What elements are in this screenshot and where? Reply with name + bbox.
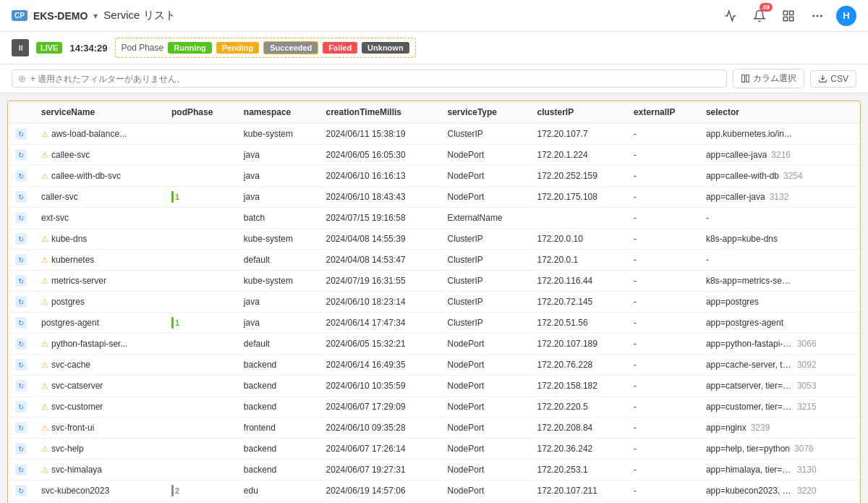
refresh-icon[interactable]: ↻: [15, 401, 27, 413]
svg-rect-1: [790, 11, 793, 14]
refresh-icon[interactable]: ↻: [15, 170, 27, 182]
refresh-icon[interactable]: ↻: [15, 212, 27, 224]
row-icon-wrap: ↻: [15, 443, 27, 455]
row-checkbox-cell: ↻: [8, 187, 34, 208]
table-row: ↻⚠svc-cachebackend2024/06/14 16:49:35Nod…: [8, 355, 860, 376]
external-ip-cell: -: [626, 271, 699, 292]
tag-unknown[interactable]: Unknown: [362, 42, 409, 54]
refresh-icon[interactable]: ↻: [15, 149, 27, 161]
creation-time-cell: 2024/06/10 09:35:28: [319, 418, 441, 439]
service-name-cell: ⚠svc-himalaya: [34, 460, 164, 481]
row-icon-wrap: ↻: [15, 338, 27, 350]
tag-succeeded[interactable]: Succeeded: [263, 41, 318, 54]
pod-phase-cell: [164, 460, 237, 481]
selector-value: app=postgres: [706, 297, 759, 307]
service-name: ext-svc: [41, 213, 69, 223]
service-name-cell: ext-svc: [34, 208, 164, 229]
table-row: ↻⚠svc-customerbackend2024/06/07 17:29:09…: [8, 397, 860, 418]
pod-phase-cell: [164, 439, 237, 460]
creation-time-cell: 2024/06/10 18:43:43: [319, 187, 441, 208]
service-type-cell: ClusterIP: [441, 250, 530, 271]
th-cluster-ip: clusterIP: [530, 101, 627, 124]
refresh-icon[interactable]: ↻: [15, 338, 27, 350]
cluster-ip-cell: 172.20.116.44: [530, 271, 627, 292]
service-name-cell: ⚠svc-front-ui: [34, 418, 164, 439]
service-type-cell: NodePort: [441, 439, 530, 460]
refresh-icon[interactable]: ↻: [15, 191, 27, 203]
service-name-cell: ⚠postgres: [34, 292, 164, 313]
refresh-icon[interactable]: ↻: [15, 296, 27, 308]
grid-icon[interactable]: [778, 6, 799, 26]
refresh-icon[interactable]: ↻: [15, 380, 27, 392]
selector-value: app=callee-java: [706, 150, 767, 160]
service-type-cell: NodePort: [441, 481, 530, 502]
external-ip-cell: -: [626, 166, 699, 187]
refresh-icon[interactable]: ↻: [15, 275, 27, 287]
port-value: 3053: [797, 381, 817, 391]
warn-icon: ⚠: [41, 276, 48, 286]
columns-button[interactable]: カラム選択: [733, 69, 804, 88]
refresh-icon[interactable]: ↻: [15, 443, 27, 455]
pause-button[interactable]: ⏸: [12, 39, 29, 56]
cluster-ip-cell: 172.20.252.159: [530, 166, 627, 187]
refresh-icon[interactable]: ↻: [15, 359, 27, 371]
service-name: svc-kubecon2023: [41, 486, 109, 496]
refresh-icon[interactable]: ↻: [15, 317, 27, 329]
pod-phase-cell: [164, 376, 237, 397]
filter-input[interactable]: [30, 74, 720, 84]
warn-icon: ⚠: [41, 444, 48, 454]
external-ip-cell: -: [626, 187, 699, 208]
refresh-icon[interactable]: ↻: [15, 422, 27, 434]
refresh-icon[interactable]: ↻: [15, 233, 27, 245]
header-left: CP EKS-DEMO ▾ Service リスト: [12, 9, 176, 22]
pod-phase-cell: [164, 145, 237, 166]
table-row: ↻⚠postgresjava2024/06/10 18:23:14Cluster…: [8, 292, 860, 313]
phase-bar: [171, 485, 174, 496]
service-type-cell: NodePort: [441, 355, 530, 376]
selector-value: -: [706, 255, 709, 265]
external-ip-cell: -: [626, 397, 699, 418]
refresh-icon[interactable]: ↻: [15, 485, 27, 496]
csv-button[interactable]: CSV: [810, 70, 856, 88]
tag-failed[interactable]: Failed: [323, 42, 357, 54]
service-name-cell: ⚠callee-with-db-svc: [34, 166, 164, 187]
cluster-ip-cell: 172.20.158.182: [530, 376, 627, 397]
avatar[interactable]: H: [836, 6, 856, 26]
creation-time-cell: 2024/06/07 19:27:31: [319, 460, 441, 481]
table-row: ↻⚠svc-helpbackend2024/06/07 17:26:14Node…: [8, 439, 860, 460]
table-row: ↻⚠kubernetesdefault2024/04/08 14:53:47Cl…: [8, 250, 860, 271]
table-row: ↻⚠callee-with-db-svcjava2024/06/10 16:16…: [8, 166, 860, 187]
selector-value: app=customer, tier=b...: [706, 402, 793, 412]
external-ip-cell: -: [626, 481, 699, 502]
table-row: ↻caller-svc1java2024/06/10 18:43:43NodeP…: [8, 187, 860, 208]
megaphone-icon[interactable]: [720, 6, 741, 26]
cluster-dropdown-icon[interactable]: ▾: [93, 11, 98, 21]
svg-rect-3: [790, 17, 793, 20]
th-selector: selector: [699, 101, 860, 124]
service-name: aws-load-balance...: [51, 129, 127, 139]
notification-icon[interactable]: 49: [749, 6, 770, 26]
service-type-cell: ClusterIP: [441, 271, 530, 292]
creation-time-cell: 2024/06/11 15:38:19: [319, 124, 441, 145]
selector-cell: app=cache-server, tie...3092: [699, 355, 860, 376]
row-checkbox-cell: ↻: [8, 208, 34, 229]
pod-phase-cell: [164, 250, 237, 271]
tag-running[interactable]: Running: [168, 42, 212, 54]
selector-value: app=caller-java: [706, 192, 765, 202]
tag-pending[interactable]: Pending: [216, 42, 259, 54]
cluster-ip-cell: 172.20.107.211: [530, 481, 627, 502]
more-icon[interactable]: [807, 6, 827, 26]
port-value: 3239: [751, 423, 770, 433]
table-row: ↻⚠svc-catserverbackend2024/06/10 10:35:5…: [8, 376, 860, 397]
row-checkbox-cell: ↻: [8, 250, 34, 271]
namespace-cell: default: [237, 334, 319, 355]
row-checkbox-cell: ↻: [8, 397, 34, 418]
service-name: svc-front-ui: [51, 423, 94, 433]
selector-value: app=postgres-agent: [706, 318, 783, 328]
live-badge: LIVE: [36, 42, 62, 54]
external-ip-cell: -: [626, 313, 699, 334]
refresh-icon[interactable]: ↻: [15, 464, 27, 475]
selector-value: app=callee-with-db: [706, 171, 779, 181]
refresh-icon[interactable]: ↻: [15, 128, 27, 140]
refresh-icon[interactable]: ↻: [15, 254, 27, 266]
